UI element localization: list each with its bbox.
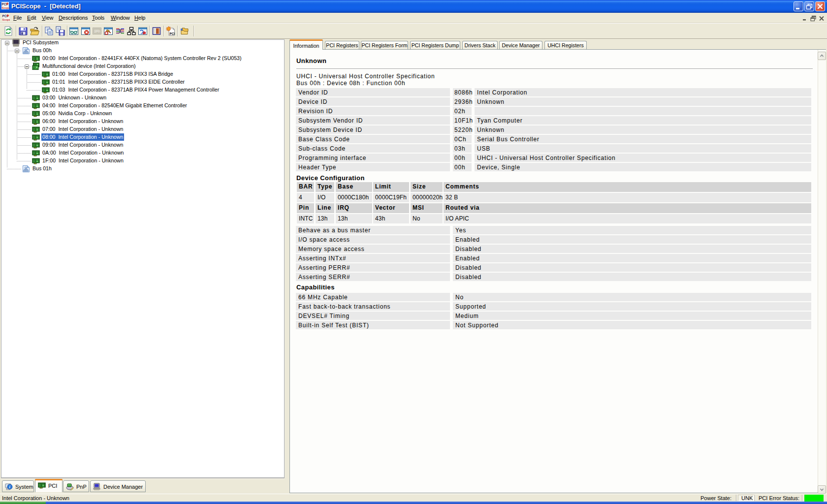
svg-text:Scope: Scope [2,6,10,9]
svg-text:Scope: Scope [2,18,10,21]
svg-text:3Fh: 3Fh [94,29,101,33]
svg-text:PCI: PCI [170,32,175,35]
